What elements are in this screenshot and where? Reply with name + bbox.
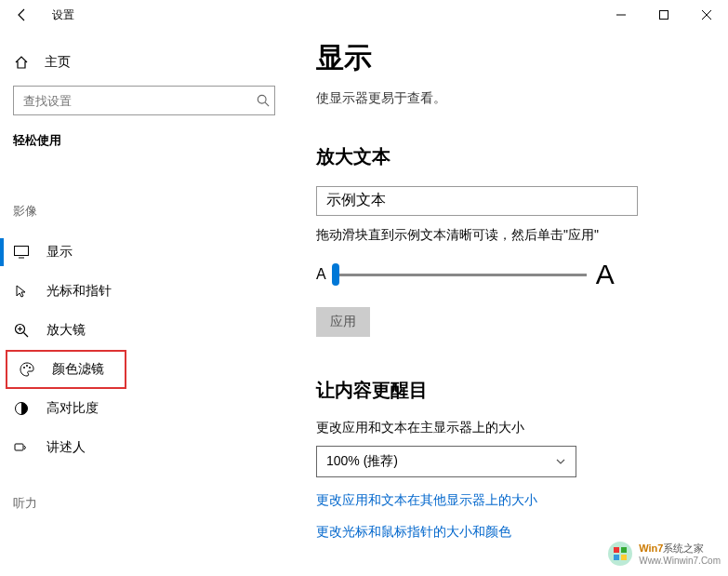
sidebar-item-label: 光标和指针 xyxy=(46,283,112,300)
sidebar-item-narrator[interactable]: 讲述人 xyxy=(0,428,288,467)
svg-rect-17 xyxy=(621,547,627,553)
cursor-icon xyxy=(13,284,30,299)
svg-point-10 xyxy=(23,367,25,368)
titlebar: 设置 xyxy=(0,0,728,30)
svg-line-3 xyxy=(265,102,269,106)
app-title: 设置 xyxy=(52,7,74,23)
small-a-icon: A xyxy=(316,266,326,283)
scale-label: 更改应用和文本在主显示器上的大小 xyxy=(316,420,700,436)
svg-line-7 xyxy=(24,333,29,338)
sidebar-item-cursor[interactable]: 光标和指针 xyxy=(0,272,288,311)
section-enlarge-text: 放大文本 xyxy=(316,144,700,169)
maximize-button[interactable] xyxy=(642,0,685,30)
svg-rect-14 xyxy=(15,444,23,450)
svg-point-15 xyxy=(608,542,632,566)
svg-rect-4 xyxy=(15,247,29,256)
big-a-icon: A xyxy=(596,259,615,290)
content-area: 显示 使显示器更易于查看。 放大文本 示例文本 拖动滑块直到示例文本清晰可读，然… xyxy=(288,30,728,576)
home-icon xyxy=(13,55,30,70)
watermark-brand: Win7 xyxy=(639,543,663,554)
section-label: 轻松使用 xyxy=(0,132,288,166)
minimize-button[interactable] xyxy=(600,0,642,30)
scale-dropdown[interactable]: 100% (推荐) xyxy=(316,446,576,477)
sidebar-item-label: 颜色滤镜 xyxy=(52,361,104,378)
category-vision-label: 影像 xyxy=(0,203,288,233)
watermark: Win7系统之家 Www.Winwin7.Com xyxy=(605,539,721,569)
palette-icon xyxy=(19,362,35,377)
watermark-logo-icon xyxy=(605,539,635,569)
search-input[interactable] xyxy=(13,86,275,115)
slider-thumb[interactable] xyxy=(332,263,339,286)
svg-point-11 xyxy=(26,365,28,367)
chevron-down-icon xyxy=(555,456,566,467)
sidebar-item-label: 显示 xyxy=(46,244,73,261)
slider-hint: 拖动滑块直到示例文本清晰可读，然后单击"应用" xyxy=(316,227,700,244)
dropdown-value: 100% (推荐) xyxy=(326,453,398,470)
section-bigger: 让内容更醒目 xyxy=(316,378,700,403)
sidebar: 主页 轻松使用 影像 显示 光标和指针 放大镜 颜色滤 xyxy=(0,30,288,576)
magnifier-icon xyxy=(13,323,30,338)
home-nav[interactable]: 主页 xyxy=(0,45,288,80)
sidebar-item-label: 讲述人 xyxy=(46,439,86,456)
sidebar-item-label: 放大镜 xyxy=(46,322,86,339)
close-button[interactable] xyxy=(685,0,728,30)
sidebar-item-color-filters[interactable]: 颜色滤镜 xyxy=(6,350,126,389)
apply-button[interactable]: 应用 xyxy=(316,307,370,337)
svg-rect-16 xyxy=(614,547,619,553)
contrast-icon xyxy=(13,401,30,416)
sidebar-item-high-contrast[interactable]: 高对比度 xyxy=(0,389,288,428)
svg-rect-1 xyxy=(660,11,668,20)
window-controls xyxy=(600,0,728,30)
sidebar-item-display[interactable]: 显示 xyxy=(0,233,288,272)
sidebar-item-label: 高对比度 xyxy=(46,400,99,417)
page-title: 显示 xyxy=(316,39,700,77)
home-label: 主页 xyxy=(45,54,71,71)
page-description: 使显示器更易于查看。 xyxy=(316,90,700,107)
svg-point-2 xyxy=(258,95,266,103)
category-hearing-label: 听力 xyxy=(0,495,288,525)
svg-point-12 xyxy=(29,367,31,368)
link-other-displays[interactable]: 更改应用和文本在其他显示器上的大小 xyxy=(316,492,700,509)
monitor-icon xyxy=(13,246,30,259)
narrator-icon xyxy=(13,440,30,455)
sample-text-box: 示例文本 xyxy=(316,186,638,216)
sidebar-item-magnifier[interactable]: 放大镜 xyxy=(0,311,288,350)
watermark-url: Www.Winwin7.Com xyxy=(639,556,721,566)
back-button[interactable] xyxy=(0,0,45,30)
watermark-suffix: 系统之家 xyxy=(663,543,704,554)
svg-rect-19 xyxy=(621,555,627,560)
text-size-slider[interactable] xyxy=(336,274,587,276)
svg-rect-18 xyxy=(614,555,619,560)
search-icon[interactable] xyxy=(257,94,270,107)
